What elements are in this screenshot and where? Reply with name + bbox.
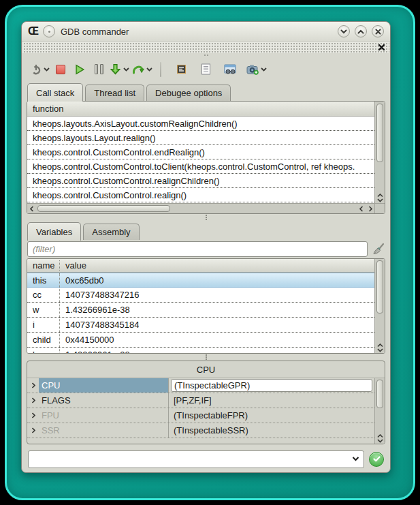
scroll-down-icon[interactable]: [377, 348, 383, 352]
callstack-frame-row[interactable]: kheops.control.CustomControl.endRealign(…: [27, 145, 374, 159]
table-row[interactable]: this 0xc65db0: [27, 273, 374, 288]
menu-dot-icon: [48, 31, 50, 33]
chevron-down-icon[interactable]: [146, 67, 152, 72]
scrollbar-thumb[interactable]: [376, 104, 383, 162]
variables-vertical-scrollbar[interactable]: [374, 259, 385, 353]
scroll-up-icon[interactable]: [377, 343, 383, 348]
check-icon: [373, 456, 381, 462]
clear-filter-button[interactable]: [371, 242, 385, 256]
scroll-left-icon[interactable]: [27, 204, 36, 213]
table-row[interactable]: child 0x44150000: [27, 333, 374, 348]
combo-dropdown-button[interactable]: [347, 457, 364, 461]
tab-variables[interactable]: Variables: [27, 222, 81, 241]
scroll-up-icon[interactable]: [377, 194, 383, 198]
step-into-button[interactable]: [110, 61, 129, 78]
tab-thread-list[interactable]: Thread list: [85, 85, 144, 101]
expander-icon[interactable]: [27, 427, 39, 433]
table-row[interactable]: w 1.43266961e-38: [27, 303, 374, 318]
scrollbar-thumb[interactable]: [376, 380, 383, 408]
var-value: 140737488347216: [60, 290, 139, 300]
dock-grab-bar[interactable]: [22, 42, 389, 53]
var-value: 1.43266961e-38: [60, 305, 130, 315]
title-bar[interactable]: Œ GDB commander: [22, 22, 390, 42]
scrollbar-thumb[interactable]: [37, 205, 170, 212]
tab-debugee-options[interactable]: Debugee options: [146, 85, 231, 101]
stop-button[interactable]: [52, 61, 69, 78]
register-row[interactable]: FPU (TInspectableFPR): [27, 408, 374, 423]
minimize-button[interactable]: [338, 25, 350, 37]
cpu-vertical-scrollbar[interactable]: [374, 378, 385, 444]
run-button[interactable]: [71, 61, 88, 78]
register-value-editor[interactable]: (TInspectableGPR): [171, 379, 372, 392]
var-value: 0x44150000: [60, 335, 114, 345]
filter-input[interactable]: [27, 241, 368, 257]
var-value: 0xc65db0: [60, 275, 103, 286]
tab-assembly[interactable]: Assembly: [83, 224, 139, 240]
expander-icon[interactable]: [27, 382, 39, 388]
var-name: w: [27, 303, 60, 317]
register-row[interactable]: FLAGS [PF,ZF,IF]: [27, 393, 374, 408]
expander-icon[interactable]: [27, 397, 39, 403]
callstack-vertical-scrollbar[interactable]: [374, 102, 385, 203]
table-row[interactable]: i 140737488345184: [27, 318, 374, 333]
var-name: i: [27, 318, 60, 332]
chevron-down-icon[interactable]: [44, 67, 50, 72]
power-icon: [31, 64, 42, 75]
dock-close-icon[interactable]: [378, 44, 385, 51]
callstack-horizontal-scrollbar[interactable]: [27, 203, 374, 213]
scroll-left-icon[interactable]: [357, 204, 366, 213]
log-button[interactable]: [197, 61, 214, 78]
expander-icon[interactable]: [27, 412, 39, 418]
power-button[interactable]: [31, 61, 50, 78]
scrollbar-thumb[interactable]: [376, 260, 383, 313]
scroll-right-icon[interactable]: [366, 204, 374, 213]
panel-splitter[interactable]: [22, 214, 390, 221]
scroll-down-icon[interactable]: [377, 439, 383, 443]
screenshot-stage: Œ GDB commander: [0, 0, 420, 505]
window-menu-button[interactable]: [43, 25, 55, 37]
chevron-down-icon: [352, 457, 359, 461]
table-row[interactable]: b 1.43266961e-38: [27, 348, 374, 353]
scroll-down-icon[interactable]: [377, 198, 383, 202]
close-icon: [375, 29, 381, 35]
scroll-up-icon[interactable]: [377, 434, 383, 438]
close-button[interactable]: [372, 25, 384, 37]
maximize-button[interactable]: [355, 25, 367, 37]
gdb-commander-window: Œ GDB commander: [21, 21, 391, 473]
callstack-frame-row[interactable]: kheops.layouts.Layout.realign(): [27, 131, 374, 145]
callstack-frame-row[interactable]: kheops.layouts.AxisLayout.customRealignC…: [27, 117, 374, 131]
register-name: SSR: [39, 423, 169, 438]
command-bar: [22, 444, 390, 472]
snapshot-button[interactable]: [246, 61, 267, 78]
var-name: child: [27, 333, 60, 347]
variables-panel: name value this 0xc65db0 cc 140737488347…: [27, 258, 385, 354]
callstack-tab-bar: Call stack Thread list Debugee options: [22, 82, 390, 101]
debug-toolbar: [22, 57, 390, 82]
column-header-value[interactable]: value: [60, 260, 86, 271]
step-over-button[interactable]: [132, 61, 152, 78]
column-header-name[interactable]: name: [27, 260, 60, 271]
snapshot-icon: [246, 64, 259, 75]
var-value: 1.43266961e-38: [60, 350, 130, 353]
watch-variables-button[interactable]: [222, 61, 238, 78]
register-row[interactable]: CPU (TInspectableGPR): [27, 378, 374, 393]
log-icon: [201, 63, 211, 75]
callstack-frame-row[interactable]: kheops.control.CustomControl.toClient(kh…: [27, 159, 374, 174]
callstack-column-header[interactable]: function: [27, 102, 374, 117]
pause-button[interactable]: [91, 61, 107, 78]
chevron-down-icon[interactable]: [261, 67, 267, 72]
panel-splitter[interactable]: [22, 354, 390, 361]
cpu-view-button[interactable]: [173, 61, 189, 78]
chevron-down-icon[interactable]: [123, 67, 129, 72]
command-input[interactable]: [29, 451, 347, 468]
register-name: FPU: [39, 408, 169, 423]
callstack-frame-row[interactable]: kheops.control.CustomControl.realignChil…: [27, 174, 374, 188]
toolbar-separator: [160, 62, 161, 77]
send-command-button[interactable]: [369, 452, 384, 467]
variables-header-row[interactable]: name value: [27, 259, 374, 273]
gdb-command-combobox[interactable]: [28, 450, 364, 468]
table-row[interactable]: cc 140737488347216: [27, 288, 374, 303]
callstack-frame-row[interactable]: kheops.control.CustomControl.realign(): [27, 188, 374, 202]
register-row[interactable]: SSR (TInspectableSSR): [27, 423, 374, 438]
tab-call-stack[interactable]: Call stack: [27, 83, 83, 102]
